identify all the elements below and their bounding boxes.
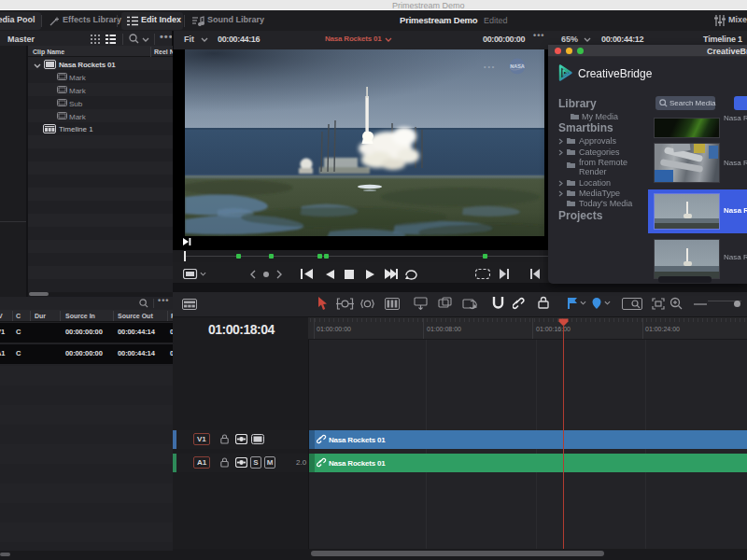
svg-text:NASA: NASA (510, 63, 525, 69)
svg-text:• • •: • • • (484, 63, 495, 70)
